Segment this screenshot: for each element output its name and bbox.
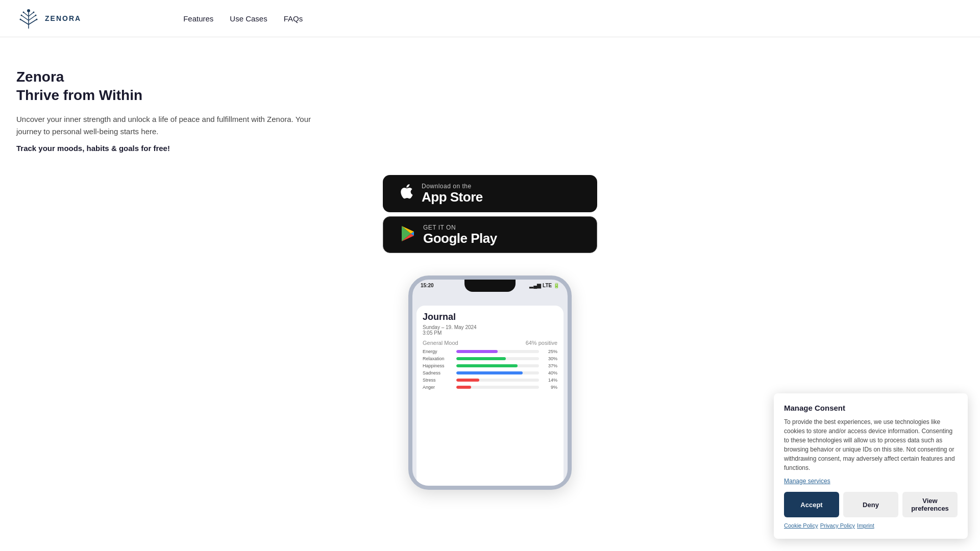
mood-bar-row: Energy 25% <box>423 349 557 354</box>
mood-bar-track <box>456 350 539 353</box>
cookie-banner: Manage Consent To provide the best exper… <box>774 393 968 510</box>
manage-services-link[interactable]: Manage services <box>784 478 958 485</box>
phone-signal: ▂▄▆ LTE 🔋 <box>529 283 559 288</box>
svg-point-9 <box>33 12 35 13</box>
phone-notch <box>464 280 516 292</box>
svg-line-3 <box>21 15 29 20</box>
phone-mockup: 15:20 ▂▄▆ LTE 🔋 Journal Sunday – 19. May… <box>408 276 572 490</box>
app-store-text: Download on the App Store <box>422 183 483 205</box>
nav-features[interactable]: Features <box>183 14 213 23</box>
app-store-small-text: Download on the <box>422 183 483 190</box>
svg-line-1 <box>23 12 29 16</box>
mood-bars: Energy 25% Relaxation 30% Happiness 37% … <box>423 349 557 390</box>
svg-point-11 <box>35 15 37 16</box>
mood-pct: 14% <box>542 378 557 383</box>
nav-faqs[interactable]: FAQs <box>284 14 303 23</box>
mood-bar-fill <box>456 371 523 374</box>
view-preferences-button[interactable]: View preferences <box>902 492 958 510</box>
hero-section: Zenora Thrive from Within Uncover your i… <box>16 68 964 153</box>
svg-point-8 <box>23 12 24 13</box>
google-play-text: GET IT ON Google Play <box>423 224 497 246</box>
mood-bar-fill <box>456 357 506 360</box>
mood-bar-track <box>456 371 539 374</box>
mood-label: Relaxation <box>423 356 453 361</box>
hero-cta: Track your moods, habits & goals for fre… <box>16 144 964 153</box>
svg-line-6 <box>29 19 37 24</box>
zenora-logo-icon <box>16 6 41 31</box>
mood-label: Energy <box>423 349 453 354</box>
mood-bar-fill <box>456 350 498 353</box>
phone-journal-title: Journal <box>423 312 557 322</box>
cookie-banner-text: To provide the best experiences, we use … <box>784 417 958 472</box>
mood-bar-row: Stress 14% <box>423 378 557 383</box>
main-nav: Features Use Cases FAQs <box>183 14 303 23</box>
mood-label: Sadness <box>423 370 453 375</box>
mood-bar-track <box>456 386 539 389</box>
svg-point-12 <box>20 19 21 20</box>
google-play-small-text: GET IT ON <box>423 224 497 231</box>
mood-bar-fill <box>456 379 479 382</box>
mood-label: Happiness <box>423 363 453 368</box>
google-play-button[interactable]: GET IT ON Google Play <box>383 216 597 254</box>
mood-pct: 37% <box>542 363 557 368</box>
svg-point-10 <box>21 15 22 16</box>
svg-line-4 <box>29 15 36 20</box>
app-buttons-group: Download on the App Store GET IT ON Goog… <box>383 173 597 256</box>
mood-bar-row: Happiness 37% <box>423 363 557 368</box>
svg-line-2 <box>29 12 34 16</box>
cookie-banner-title: Manage Consent <box>784 404 958 412</box>
nav-use-cases[interactable]: Use Cases <box>230 14 267 23</box>
phone-time: 15:20 <box>421 283 434 288</box>
mood-bar-fill <box>456 364 518 367</box>
mood-pct: 30% <box>542 356 557 361</box>
google-play-big-text: Google Play <box>423 231 497 246</box>
mood-bar-track <box>456 379 539 382</box>
mood-bar-track <box>456 364 539 367</box>
mood-label: Anger <box>423 385 453 390</box>
mood-bar-row: Relaxation 30% <box>423 356 557 361</box>
hero-subtitle: Uncover your inner strength and unlock a… <box>16 113 323 138</box>
mood-bar-row: Anger 9% <box>423 385 557 390</box>
google-play-icon <box>398 224 417 245</box>
app-store-big-text: App Store <box>422 190 483 205</box>
svg-line-5 <box>20 19 29 24</box>
mood-bar-row: Sadness 40% <box>423 370 557 375</box>
app-store-button[interactable]: Download on the App Store <box>383 175 597 212</box>
apple-icon <box>397 182 415 205</box>
site-header: ZENORA Features Use Cases FAQs <box>0 0 980 37</box>
mood-bar-fill <box>456 386 471 389</box>
svg-point-7 <box>27 9 30 12</box>
svg-point-13 <box>36 19 38 20</box>
deny-button[interactable]: Deny <box>843 492 898 510</box>
mood-bar-track <box>456 357 539 360</box>
mood-pct: 25% <box>542 349 557 354</box>
accept-button[interactable]: Accept <box>784 492 839 510</box>
hero-title: Zenora Thrive from Within <box>16 68 964 105</box>
phone-content: Journal Sunday – 19. May 2024 3:05 PM Ge… <box>416 306 564 487</box>
logo-link[interactable]: ZENORA <box>16 6 81 31</box>
phone-date: Sunday – 19. May 2024 3:05 PM <box>423 324 557 336</box>
mood-pct: 40% <box>542 370 557 375</box>
mood-pct: 9% <box>542 385 557 390</box>
mood-label: Stress <box>423 378 453 383</box>
phone-section-label: General Mood 64% positive <box>423 340 557 346</box>
cookie-action-buttons: Accept Deny View preferences <box>784 492 958 510</box>
logo-text: ZENORA <box>45 14 81 22</box>
